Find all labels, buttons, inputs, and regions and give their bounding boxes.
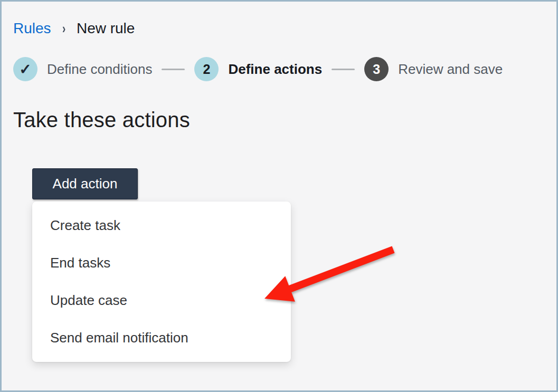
add-action-dropdown-menu: Create task End tasks Update case Send e…: [32, 202, 291, 362]
menu-item-send-email-notification[interactable]: Send email notification: [32, 319, 291, 357]
step-define-actions: 2 Define actions: [194, 57, 322, 81]
step-completed-check-icon: ✓: [13, 57, 37, 81]
page-title: Take these actions: [13, 108, 190, 132]
step-review-and-save: 3 Review and save: [364, 57, 503, 81]
step-number-badge: 3: [364, 57, 389, 81]
chevron-right-icon: ›: [62, 21, 65, 36]
menu-item-create-task[interactable]: Create task: [32, 207, 291, 244]
step-number-badge: 2: [194, 57, 219, 81]
menu-item-update-case[interactable]: Update case: [32, 282, 291, 319]
breadcrumb-link-rules[interactable]: Rules: [13, 20, 51, 37]
step-connector: [332, 69, 355, 70]
step-label: Define conditions: [47, 61, 152, 78]
step-connector: [162, 69, 185, 70]
add-action-button[interactable]: Add action: [32, 168, 138, 199]
step-label: Define actions: [228, 61, 322, 78]
wizard-stepper: ✓ Define conditions 2 Define actions 3 R…: [13, 57, 503, 81]
step-label: Review and save: [398, 61, 503, 78]
menu-item-end-tasks[interactable]: End tasks: [32, 244, 291, 282]
breadcrumb-current-new-rule: New rule: [77, 20, 135, 37]
breadcrumb: Rules › New rule: [13, 20, 135, 37]
new-rule-wizard-screen: Rules › New rule ✓ Define conditions 2 D…: [0, 0, 558, 392]
step-define-conditions: ✓ Define conditions: [13, 57, 152, 81]
